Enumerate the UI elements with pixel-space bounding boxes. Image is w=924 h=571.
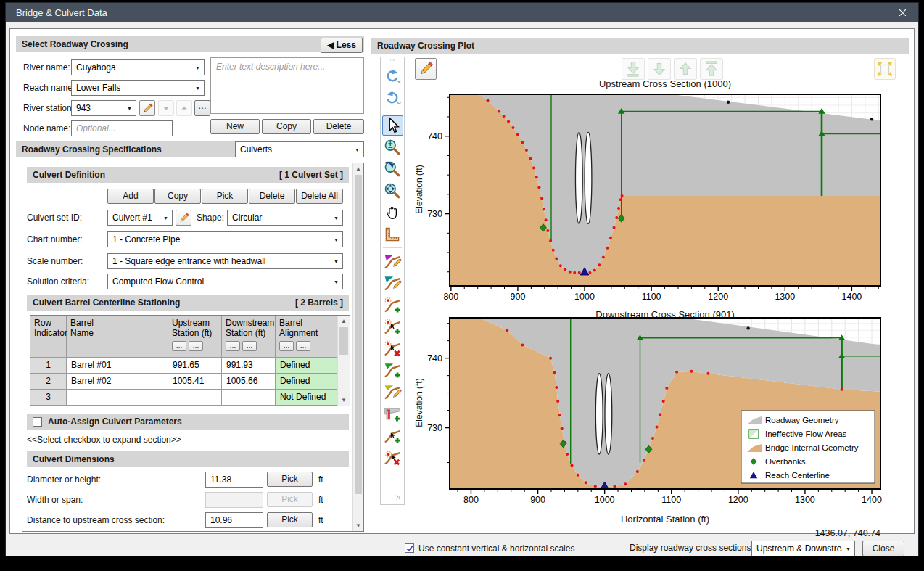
pick-button[interactable]: Pick [267, 472, 313, 487]
move-down-button[interactable] [648, 58, 671, 80]
constant-scales-checkbox[interactable] [405, 543, 414, 553]
table-cell[interactable]: 3 [30, 390, 67, 406]
table-cell[interactable]: 1005.66 [222, 374, 276, 390]
upstream-plot[interactable]: 80090010001100120013001400730740 [450, 94, 880, 286]
table-row[interactable]: 3Not Defined [30, 390, 337, 406]
previous-station-button[interactable] [158, 100, 174, 116]
edit-roadway-geometry-button[interactable] [382, 251, 403, 271]
river-name-combo[interactable]: Cuyahoga▼ [71, 59, 205, 75]
table-cell[interactable]: 1005.41 [168, 374, 222, 390]
less-button[interactable]: ◀ Less [321, 38, 363, 53]
copy-button[interactable]: Copy [262, 119, 311, 134]
move-to-top-button[interactable] [700, 58, 723, 80]
chart-number-combo[interactable]: 1 - Concrete Pipe▼ [107, 231, 343, 247]
delete-ground-point-button[interactable] [382, 338, 403, 358]
table-cell[interactable] [168, 390, 222, 406]
expand-toolbar-button[interactable] [392, 492, 403, 504]
downstream-plot[interactable]: Roadway GeometryIneffective Flow AreasBr… [450, 318, 880, 489]
node-name-input[interactable]: Optional... [71, 120, 173, 136]
dimension-input[interactable]: 10.96 [205, 512, 263, 528]
scale-number-combo[interactable]: 1 - Square edge entrance with headwall▼ [107, 253, 343, 269]
edit-station-pencil-button[interactable] [139, 100, 155, 116]
pick-culvert-button[interactable]: Pick [202, 189, 248, 204]
display-sections-combo[interactable]: Upstream & Downstream▼ [751, 541, 855, 556]
next-station-button[interactable] [176, 100, 192, 116]
table-cell[interactable]: Barrel #02 [67, 374, 168, 390]
scroll-down-arrow[interactable]: ▼ [353, 520, 363, 531]
dimension-input[interactable] [205, 492, 263, 508]
table-cell[interactable] [67, 390, 168, 406]
table-cell[interactable]: Barrel #01 [67, 358, 168, 374]
down-triangle-icon [161, 103, 171, 113]
delete-all-culverts-button[interactable]: Delete All [296, 189, 343, 204]
delete-culvert-button[interactable]: Delete [249, 189, 295, 204]
edit-plot-pencil-button[interactable] [415, 58, 437, 80]
dimension-label: Width or span: [27, 492, 83, 508]
move-to-bottom-button[interactable] [622, 58, 645, 80]
titlebar[interactable]: Bridge & Culvert Data [6, 3, 918, 22]
pick-button[interactable]: Pick [267, 492, 313, 507]
delete-button[interactable]: Delete [313, 119, 364, 134]
column-picker-button[interactable]: … [172, 341, 186, 351]
table-cell[interactable]: 2 [30, 374, 67, 390]
svg-text:Overbanks: Overbanks [765, 457, 806, 466]
edit-internal-geometry-button[interactable] [382, 273, 403, 293]
auto-assign-checkbox[interactable] [33, 417, 42, 427]
table-row[interactable]: 2Barrel #021005.411005.66Defined [30, 374, 337, 390]
plot-area[interactable]: Roadway GeometryIneffective Flow AreasBr… [447, 303, 883, 492]
copy-culvert-button[interactable]: Copy [154, 189, 201, 204]
delete-profile-point-button[interactable] [382, 447, 403, 467]
description-input[interactable]: Enter text description here... [210, 57, 364, 114]
zoom-tool-button[interactable] [382, 137, 403, 157]
measure-tool-button[interactable] [382, 224, 403, 245]
fit-to-extents-button[interactable] [874, 58, 896, 80]
spec-scrollbar[interactable]: ▲ ▼ [352, 163, 363, 531]
column-picker-button[interactable]: … [189, 341, 203, 351]
chevron-down-icon: ▼ [330, 215, 342, 221]
table-cell[interactable] [222, 390, 276, 406]
river-station-combo[interactable]: 943▼ [71, 100, 136, 116]
table-cell[interactable]: Defined [276, 358, 337, 374]
column-picker-button[interactable]: … [226, 341, 240, 351]
scrollbar-thumb[interactable] [355, 175, 362, 494]
zoom-previous-button[interactable] [382, 159, 403, 179]
solution-criteria-combo[interactable]: Computed Flow Control▼ [107, 274, 343, 289]
rename-culvert-set-pencil-button[interactable] [176, 210, 191, 226]
select-tool-button[interactable] [382, 115, 403, 136]
add-profile-point-button[interactable] [382, 425, 403, 445]
pan-tool-button[interactable] [382, 202, 403, 223]
new-button[interactable]: New [210, 119, 260, 134]
station-picker-button[interactable]: … [194, 100, 210, 116]
redo-button[interactable] [382, 89, 403, 109]
move-up-button[interactable] [674, 58, 697, 80]
close-button[interactable] [886, 3, 918, 22]
column-picker-button[interactable]: … [279, 341, 294, 351]
zoom-extents-button[interactable] [382, 181, 403, 201]
shape-combo[interactable]: Circular▼ [227, 210, 343, 226]
move-ground-point-button[interactable] [382, 316, 403, 337]
undo-button[interactable] [382, 67, 403, 87]
table-cell[interactable]: 991.65 [168, 358, 222, 374]
table-cell[interactable]: Defined [276, 374, 337, 390]
reach-name-combo[interactable]: Lower Falls▼ [71, 80, 205, 96]
close-dialog-button[interactable]: Close [862, 541, 904, 556]
add-pier-button[interactable] [382, 403, 403, 424]
edit-ineffective-area-button[interactable] [382, 382, 403, 402]
chevron-down-icon: ▼ [123, 106, 136, 111]
add-ineffective-area-button[interactable] [382, 360, 403, 380]
plot-area[interactable] [447, 74, 883, 289]
column-picker-button[interactable]: … [242, 341, 257, 351]
table-cell[interactable]: 991.93 [222, 358, 276, 374]
scroll-up-arrow[interactable]: ▲ [353, 163, 363, 174]
column-picker-button[interactable]: … [296, 341, 310, 351]
dimension-input[interactable]: 11.38 [205, 472, 263, 488]
table-cell[interactable]: 1 [30, 358, 67, 374]
add-culvert-button[interactable]: Add [107, 189, 154, 204]
culvert-set-id-combo[interactable]: Culvert #1▼ [107, 210, 173, 226]
crossing-type-combo[interactable]: Culverts▼ [235, 141, 364, 157]
table-scrollbar[interactable]: ▲▼ [337, 316, 350, 406]
add-ground-point-button[interactable] [382, 295, 403, 315]
pick-button[interactable]: Pick [267, 512, 313, 527]
table-row[interactable]: 1Barrel #01991.65991.93Defined [30, 358, 337, 374]
table-cell[interactable]: Not Defined [276, 390, 337, 406]
